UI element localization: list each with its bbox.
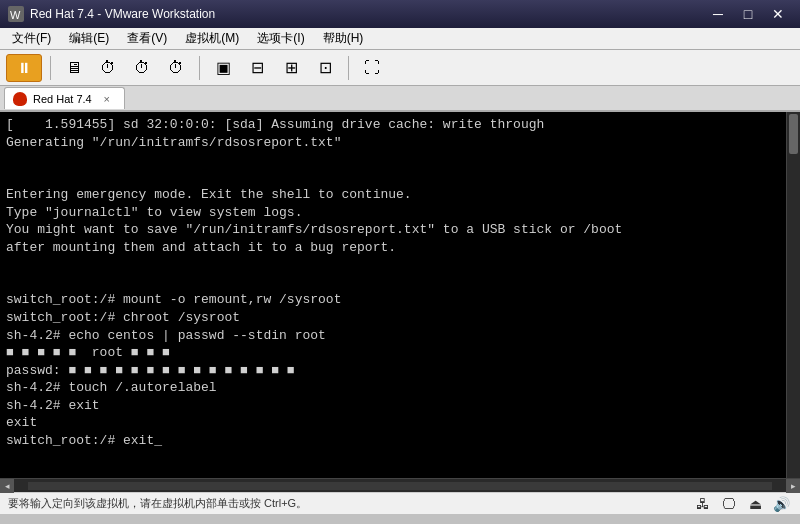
scrollbar-thumb[interactable] bbox=[789, 114, 798, 154]
toolbar-btn-display2[interactable]: ⊟ bbox=[242, 54, 272, 82]
display3-icon: ⊞ bbox=[285, 58, 298, 77]
fullscreen-icon: ⛶ bbox=[364, 59, 380, 77]
display2-icon: ⊟ bbox=[251, 58, 264, 77]
minimize-button[interactable]: ─ bbox=[704, 4, 732, 24]
display4-icon: ⊡ bbox=[319, 58, 332, 77]
menu-tabs[interactable]: 选项卡(I) bbox=[249, 28, 312, 49]
title-controls: ─ □ ✕ bbox=[704, 4, 792, 24]
terminal[interactable]: [ 1.591455] sd 32:0:0:0: [sda] Assuming … bbox=[0, 112, 786, 478]
status-hint: 要将输入定向到该虚拟机，请在虚拟机内部单击或按 Ctrl+G。 bbox=[8, 496, 307, 511]
toolbar-separator-1 bbox=[50, 56, 51, 80]
title-bar-left: W Red Hat 7.4 - VMware Workstation bbox=[8, 6, 215, 22]
terminal-wrapper: [ 1.591455] sd 32:0:0:0: [sda] Assuming … bbox=[0, 112, 800, 478]
toolbar-btn-snapshot2[interactable]: ⏱ bbox=[127, 54, 157, 82]
menu-bar: 文件(F) 编辑(E) 查看(V) 虚拟机(M) 选项卡(I) 帮助(H) bbox=[0, 28, 800, 50]
toolbar-btn-network[interactable]: 🖥 bbox=[59, 54, 89, 82]
tab-bar: Red Hat 7.4 × bbox=[0, 86, 800, 112]
toolbar-btn-display4[interactable]: ⊡ bbox=[310, 54, 340, 82]
display-icon: ▣ bbox=[216, 58, 231, 77]
vertical-scrollbar[interactable] bbox=[786, 112, 800, 478]
toolbar-separator-3 bbox=[348, 56, 349, 80]
snapshot-icon: ⏱ bbox=[100, 59, 116, 77]
toolbar-btn-display3[interactable]: ⊞ bbox=[276, 54, 306, 82]
scroll-left-button[interactable]: ◂ bbox=[0, 479, 14, 493]
app-icon: W bbox=[8, 6, 24, 22]
snapshot2-icon: ⏱ bbox=[134, 59, 150, 77]
status-display-icon[interactable]: 🖵 bbox=[718, 495, 740, 513]
scrollbar-h-track[interactable] bbox=[28, 482, 772, 490]
toolbar: ⏸ 🖥 ⏱ ⏱ ⏱ ▣ ⊟ ⊞ ⊡ ⛶ bbox=[0, 50, 800, 86]
status-usb-icon[interactable]: ⏏ bbox=[744, 495, 766, 513]
close-button[interactable]: ✕ bbox=[764, 4, 792, 24]
pause-button[interactable]: ⏸ bbox=[6, 54, 42, 82]
svg-text:W: W bbox=[10, 9, 21, 21]
title-bar: W Red Hat 7.4 - VMware Workstation ─ □ ✕ bbox=[0, 0, 800, 28]
status-audio-icon[interactable]: 🔊 bbox=[770, 495, 792, 513]
toolbar-btn-display[interactable]: ▣ bbox=[208, 54, 238, 82]
toolbar-btn-snapshot[interactable]: ⏱ bbox=[93, 54, 123, 82]
snapshot3-icon: ⏱ bbox=[168, 59, 184, 77]
pause-icon: ⏸ bbox=[17, 60, 31, 76]
tab-close-button[interactable]: × bbox=[100, 92, 114, 106]
redhat-tab-icon bbox=[13, 92, 27, 106]
status-bar: 要将输入定向到该虚拟机，请在虚拟机内部单击或按 Ctrl+G。 🖧 🖵 ⏏ 🔊 bbox=[0, 492, 800, 514]
scroll-right-button[interactable]: ▸ bbox=[786, 479, 800, 493]
menu-help[interactable]: 帮助(H) bbox=[315, 28, 372, 49]
toolbar-btn-snapshot3[interactable]: ⏱ bbox=[161, 54, 191, 82]
network-icon: 🖥 bbox=[66, 59, 82, 77]
horizontal-scrollbar[interactable]: ◂ ▸ bbox=[0, 478, 800, 492]
menu-view[interactable]: 查看(V) bbox=[119, 28, 175, 49]
tab-label: Red Hat 7.4 bbox=[33, 93, 92, 105]
toolbar-btn-fullscreen[interactable]: ⛶ bbox=[357, 54, 387, 82]
tab-redhat[interactable]: Red Hat 7.4 × bbox=[4, 87, 125, 109]
toolbar-separator-2 bbox=[199, 56, 200, 80]
menu-edit[interactable]: 编辑(E) bbox=[61, 28, 117, 49]
status-network-icon[interactable]: 🖧 bbox=[692, 495, 714, 513]
window-title: Red Hat 7.4 - VMware Workstation bbox=[30, 7, 215, 21]
status-icons: 🖧 🖵 ⏏ 🔊 bbox=[692, 495, 792, 513]
menu-vm[interactable]: 虚拟机(M) bbox=[177, 28, 247, 49]
menu-file[interactable]: 文件(F) bbox=[4, 28, 59, 49]
maximize-button[interactable]: □ bbox=[734, 4, 762, 24]
